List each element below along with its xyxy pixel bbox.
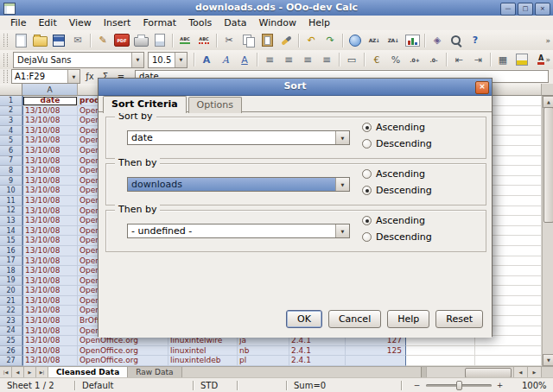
select-all-corner[interactable] (0, 84, 22, 96)
cell-A10[interactable]: 13/10/08 (22, 186, 78, 196)
format-paintbrush-icon[interactable] (276, 32, 296, 49)
row-header-5[interactable]: 5 (0, 136, 22, 146)
borders-icon[interactable]: ▦ (493, 51, 512, 68)
descending-radio-3[interactable]: Descending (362, 231, 432, 243)
first-sheet-button[interactable]: |◀ (0, 367, 12, 377)
function-wizard-icon[interactable]: ƒx (82, 70, 98, 83)
currency-format-icon[interactable]: € (367, 51, 386, 68)
font-name-combo[interactable]: DejaVu Sans ▼ (13, 52, 144, 68)
undo-icon[interactable]: ↶ (302, 32, 321, 49)
email-icon[interactable]: ✉ (68, 32, 87, 49)
row-header-1[interactable]: 1 (0, 96, 22, 106)
cell-F27[interactable] (346, 356, 406, 366)
horizontal-scrollbar-track[interactable] (426, 367, 513, 377)
row-header-10[interactable]: 10 (0, 186, 22, 196)
background-color-icon[interactable] (512, 51, 531, 68)
cell-A15[interactable]: 13/10/08 (22, 236, 78, 246)
zoom-level[interactable]: 100% (515, 378, 553, 392)
delete-decimal-icon[interactable]: .0- (424, 51, 443, 68)
menu-tools[interactable]: Tools (182, 16, 218, 29)
open-icon[interactable] (30, 32, 49, 49)
redo-icon[interactable]: ↷ (321, 32, 340, 49)
page-preview-icon[interactable] (150, 32, 169, 49)
cell-A11[interactable]: 13/10/08 (22, 196, 78, 206)
cell-A19[interactable]: 13/10/08 (22, 276, 78, 287)
cell-D27[interactable]: pl (238, 356, 289, 366)
row-header-17[interactable]: 17 (0, 256, 22, 267)
ok-button[interactable]: OK (286, 310, 322, 328)
add-decimal-icon[interactable]: .0+ (405, 51, 424, 68)
cell-A20[interactable]: 13/10/08 (22, 286, 78, 296)
cell-H26[interactable] (475, 346, 542, 357)
dialog-close-icon[interactable]: × (475, 81, 489, 94)
save-icon[interactable] (49, 32, 68, 49)
cell-A12[interactable]: 13/10/08 (22, 206, 78, 217)
row-header-23[interactable]: 23 (0, 316, 22, 326)
cell-A7[interactable]: 13/10/08 (22, 156, 78, 167)
font-size-combo[interactable]: 10.5 ▼ (148, 52, 188, 68)
descending-radio-1[interactable]: Descending (362, 137, 432, 150)
sheet-indicator[interactable]: Sheet 1 / 2 (0, 378, 74, 392)
increase-indent-icon[interactable]: ⇥ (468, 51, 487, 68)
sort-key-combo-2[interactable]: downloads▼ (127, 177, 350, 192)
cell-B26[interactable]: OpenOffice.org (78, 346, 168, 357)
scroll-up-icon[interactable]: ▲ (543, 96, 553, 108)
cell-C27[interactable]: linuxinteldeb (168, 356, 238, 366)
row-header-9[interactable]: 9 (0, 176, 22, 187)
sheet-tab-cleansed-data[interactable]: Cleansed Data (48, 367, 128, 377)
sort-key-combo-3[interactable]: - undefined -▼ (127, 224, 350, 238)
cell-A27[interactable]: 13/10/08 (22, 356, 78, 366)
row-header-6[interactable]: 6 (0, 146, 22, 156)
help-icon[interactable]: ? (466, 32, 485, 49)
new-document-icon[interactable] (11, 32, 30, 49)
hyperlink-icon[interactable] (346, 32, 365, 49)
vertical-scrollbar-thumb[interactable] (543, 107, 553, 223)
close-button[interactable]: × (535, 3, 550, 16)
vertical-scrollbar[interactable]: ▲ ▼ (542, 96, 553, 366)
ascending-radio-3[interactable]: Ascending (362, 214, 425, 227)
help-button[interactable]: Help (387, 310, 429, 328)
merge-cells-icon[interactable]: ▭ (342, 51, 361, 68)
align-left-icon[interactable]: ≡ (260, 51, 279, 68)
underline-icon[interactable]: A (235, 51, 254, 68)
cell-D26[interactable]: nb (238, 346, 289, 357)
sort-descending-icon[interactable]: ZA↓ (384, 32, 403, 49)
row-header-3[interactable]: 3 (0, 116, 22, 126)
scroll-left-icon[interactable]: ◀ (513, 367, 527, 377)
cell-A5[interactable]: 13/10/08 (22, 136, 78, 146)
row-header-7[interactable]: 7 (0, 156, 22, 167)
minimize-button[interactable]: — (500, 3, 516, 16)
cell-A16[interactable]: 13/10/08 (22, 246, 78, 256)
row-header-4[interactable]: 4 (0, 126, 22, 136)
chevron-down-icon[interactable]: ▼ (175, 53, 187, 67)
cell-A4[interactable]: 13/10/08 (22, 126, 78, 136)
selection-mode-indicator[interactable]: STD (194, 378, 237, 392)
decrease-indent-icon[interactable]: ⇤ (449, 51, 468, 68)
paste-icon[interactable] (257, 32, 276, 49)
menu-data[interactable]: Data (218, 16, 252, 29)
row-header-22[interactable]: 22 (0, 306, 22, 316)
title-bar[interactable]: downloads.ods - OOo-dev Calc —□× (0, 0, 553, 16)
cancel-button[interactable]: Cancel (328, 310, 381, 328)
cell-A23[interactable]: 13/10/08 (22, 316, 78, 326)
cell-G26[interactable] (406, 346, 475, 357)
row-header-21[interactable]: 21 (0, 296, 22, 307)
column-header-A[interactable]: A (22, 84, 78, 96)
chevron-down-icon[interactable]: ▼ (335, 178, 349, 191)
dialog-tab-options[interactable]: Options (188, 97, 242, 113)
scroll-down-icon[interactable]: ▼ (543, 354, 553, 366)
auto-spellcheck-icon[interactable]: ABC (194, 32, 213, 49)
row-header-19[interactable]: 19 (0, 276, 22, 287)
italic-icon[interactable]: A (216, 51, 235, 68)
cell-A22[interactable]: 13/10/08 (22, 306, 78, 316)
sort-key-combo-1[interactable]: date▼ (127, 130, 350, 145)
row-header-12[interactable]: 12 (0, 206, 22, 217)
menu-file[interactable]: File (4, 16, 32, 29)
zoom-slider-thumb[interactable] (456, 381, 462, 390)
cell-A18[interactable]: 13/10/08 (22, 266, 78, 276)
print-icon[interactable] (131, 32, 150, 49)
export-pdf-icon[interactable]: PDF (112, 32, 131, 49)
ascending-radio-2[interactable]: Ascending (362, 168, 425, 180)
edit-file-icon[interactable]: ✎ (93, 32, 112, 49)
zoom-icon[interactable] (447, 32, 466, 49)
